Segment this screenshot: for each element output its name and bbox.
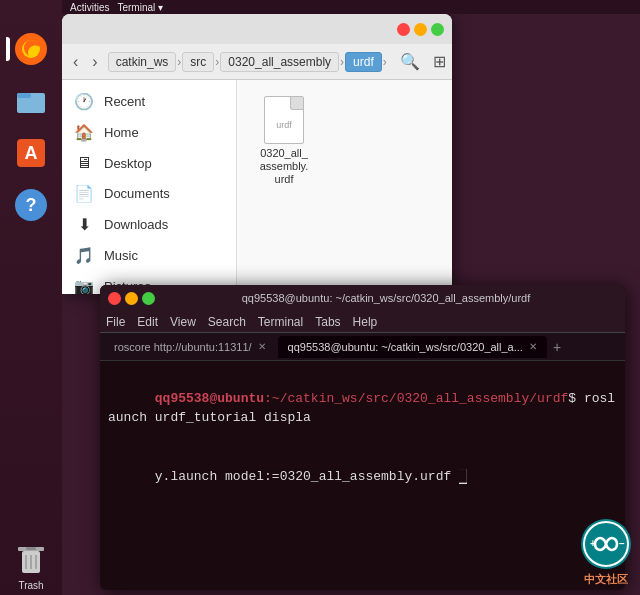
sidebar-item-downloads[interactable]: ⬇ Downloads: [62, 209, 236, 240]
term-titlebar: qq95538@ubuntu: ~/catkin_ws/src/0320_all…: [100, 285, 625, 311]
svg-rect-3: [17, 93, 31, 98]
term-menu-search[interactable]: Search: [208, 315, 246, 329]
breadcrumb-catkin[interactable]: catkin_ws: [108, 52, 177, 72]
top-panel: Activities Terminal ▾: [62, 0, 640, 14]
fm-sidebar: 🕐 Recent 🏠 Home 🖥 Desktop 📄 Documents ⬇ …: [62, 80, 237, 294]
file-item-urdf[interactable]: urdf 0320_all_ assembly. urdf: [249, 92, 319, 191]
desktop-icon: 🖥: [74, 154, 94, 172]
files-taskbar-icon[interactable]: [10, 80, 52, 122]
term-menu-file[interactable]: File: [106, 315, 125, 329]
term-tabs: roscore http://ubuntu:11311/ ✕ qq95538@u…: [100, 333, 625, 361]
svg-rect-10: [26, 547, 36, 550]
recent-icon: 🕐: [74, 92, 94, 111]
term-cursor: █: [459, 469, 467, 484]
svg-text:?: ?: [26, 195, 37, 215]
fm-body: 🕐 Recent 🏠 Home 🖥 Desktop 📄 Documents ⬇ …: [62, 80, 452, 294]
fm-view-btn[interactable]: ⊞: [428, 49, 451, 74]
fm-toolbar: ‹ › catkin_ws › src › 0320_all_assembly …: [62, 44, 452, 80]
term-tab-catkin-close[interactable]: ✕: [529, 341, 537, 352]
fm-window-controls: [397, 23, 444, 36]
trash-taskbar-icon[interactable]: Trash: [6, 545, 56, 591]
fm-search-btn[interactable]: 🔍: [395, 49, 425, 74]
sidebar-label-music: Music: [104, 248, 138, 263]
terminal-menu[interactable]: Terminal ▾: [117, 2, 163, 13]
sidebar-label-desktop: Desktop: [104, 156, 152, 171]
sidebar-item-documents[interactable]: 📄 Documents: [62, 178, 236, 209]
svg-text:−: −: [619, 538, 625, 549]
term-menu-view[interactable]: View: [170, 315, 196, 329]
term-line-2-text: y.launch model:=0320_all_assembly.urdf: [155, 469, 459, 484]
term-path: :~/catkin_ws/src/0320_all_assembly/urdf: [264, 391, 568, 406]
sidebar-item-music[interactable]: 🎵 Music: [62, 240, 236, 271]
term-user: qq95538@ubuntu: [155, 391, 264, 406]
term-new-tab-btn[interactable]: +: [553, 339, 561, 355]
fm-toolbar-actions: 🔍 ⊞ ≡: [395, 49, 452, 74]
home-icon: 🏠: [74, 123, 94, 142]
sidebar-label-downloads: Downloads: [104, 217, 168, 232]
file-manager-window: ‹ › catkin_ws › src › 0320_all_assembly …: [62, 14, 452, 294]
term-tab-catkin-label: qq95538@ubuntu: ~/catkin_ws/src/0320_all…: [288, 341, 523, 353]
arduino-logo-icon: + −: [580, 518, 632, 570]
help-taskbar-icon[interactable]: ?: [10, 184, 52, 226]
term-close-btn[interactable]: [108, 292, 121, 305]
fm-maximize-btn[interactable]: [431, 23, 444, 36]
term-minimize-btn[interactable]: [125, 292, 138, 305]
term-tab-roscore[interactable]: roscore http://ubuntu:11311/ ✕: [104, 336, 276, 358]
fm-minimize-btn[interactable]: [414, 23, 427, 36]
pictures-icon: 📷: [74, 277, 94, 294]
term-tab-roscore-label: roscore http://ubuntu:11311/: [114, 341, 252, 353]
sidebar-item-home[interactable]: 🏠 Home: [62, 117, 236, 148]
documents-icon: 📄: [74, 184, 94, 203]
fm-close-btn[interactable]: [397, 23, 410, 36]
term-window-controls: [108, 292, 155, 305]
term-line-1: qq95538@ubuntu:~/catkin_ws/src/0320_all_…: [108, 369, 617, 447]
fm-breadcrumb: catkin_ws › src › 0320_all_assembly › ur…: [107, 52, 387, 72]
svg-text:A: A: [25, 143, 38, 163]
term-menu-help[interactable]: Help: [353, 315, 378, 329]
firefox-taskbar-icon[interactable]: [10, 28, 52, 70]
activities-label[interactable]: Activities: [70, 2, 109, 13]
file-icon-urdf: urdf: [264, 96, 304, 144]
term-menu-terminal[interactable]: Terminal: [258, 315, 303, 329]
term-maximize-btn[interactable]: [142, 292, 155, 305]
music-icon: 🎵: [74, 246, 94, 265]
term-menubar: File Edit View Search Terminal Tabs Help: [100, 311, 625, 333]
file-name-urdf: 0320_all_ assembly. urdf: [253, 147, 315, 187]
fm-content: urdf 0320_all_ assembly. urdf: [237, 80, 452, 294]
term-menu-tabs[interactable]: Tabs: [315, 315, 340, 329]
software-taskbar-icon[interactable]: A: [10, 132, 52, 174]
sidebar-item-recent[interactable]: 🕐 Recent: [62, 86, 236, 117]
fm-forward-btn[interactable]: ›: [87, 50, 102, 74]
sidebar-label-recent: Recent: [104, 94, 145, 109]
trash-label: Trash: [18, 580, 43, 591]
sidebar-label-home: Home: [104, 125, 139, 140]
term-body[interactable]: qq95538@ubuntu:~/catkin_ws/src/0320_all_…: [100, 361, 625, 590]
watermark: + − 中文社区: [580, 518, 632, 587]
term-title: qq95538@ubuntu: ~/catkin_ws/src/0320_all…: [155, 292, 617, 304]
fm-back-btn[interactable]: ‹: [68, 50, 83, 74]
downloads-icon: ⬇: [74, 215, 94, 234]
term-tab-roscore-close[interactable]: ✕: [258, 341, 266, 352]
term-menu-edit[interactable]: Edit: [137, 315, 158, 329]
watermark-text: 中文社区: [584, 572, 628, 587]
svg-text:+: +: [590, 538, 596, 549]
breadcrumb-assembly[interactable]: 0320_all_assembly: [220, 52, 339, 72]
sidebar-label-documents: Documents: [104, 186, 170, 201]
sidebar-item-desktop[interactable]: 🖥 Desktop: [62, 148, 236, 178]
breadcrumb-src[interactable]: src: [182, 52, 214, 72]
terminal-window: qq95538@ubuntu: ~/catkin_ws/src/0320_all…: [100, 285, 625, 590]
breadcrumb-urdf[interactable]: urdf: [345, 52, 382, 72]
fm-titlebar: [62, 14, 452, 44]
term-line-2: y.launch model:=0320_all_assembly.urdf █: [108, 447, 617, 506]
term-tab-catkin[interactable]: qq95538@ubuntu: ~/catkin_ws/src/0320_all…: [278, 336, 547, 358]
taskbar: A ? Trash: [0, 0, 62, 595]
